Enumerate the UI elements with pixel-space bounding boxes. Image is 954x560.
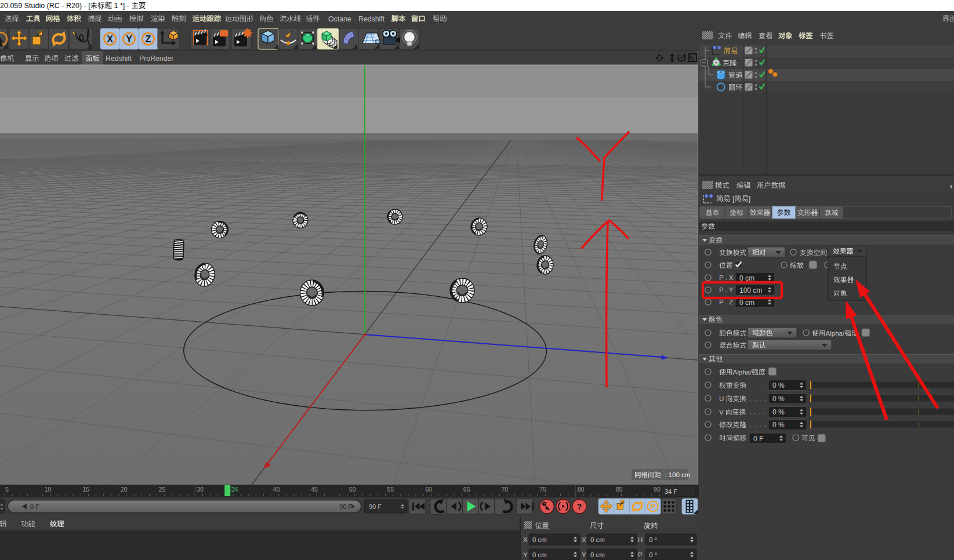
svg-text:U: U	[719, 395, 726, 402]
svg-text:20: 20	[121, 486, 128, 493]
svg-text:30: 30	[197, 486, 204, 493]
svg-text:10: 10	[45, 486, 52, 493]
svg-text:Z: Z	[146, 34, 151, 44]
svg-text:0 cm: 0 cm	[590, 536, 605, 543]
svg-text:34: 34	[231, 486, 238, 493]
svg-text:60: 60	[425, 486, 432, 493]
svg-text:0 cm: 0 cm	[532, 536, 547, 543]
svg-text:90 F: 90 F	[339, 503, 352, 510]
svg-text:P . X: P . X	[719, 274, 734, 281]
svg-text:P: P	[650, 503, 655, 511]
svg-text:0 cm: 0 cm	[590, 551, 605, 558]
svg-text:45: 45	[311, 486, 318, 493]
svg-text:100 cm: 100 cm	[739, 286, 762, 294]
svg-text:Y: Y	[523, 551, 528, 558]
svg-text:Alpha/: Alpha/	[733, 369, 752, 376]
svg-text:5: 5	[5, 486, 9, 493]
svg-text:34 F: 34 F	[665, 488, 677, 495]
svg-text:?: ?	[577, 502, 582, 511]
svg-text:65: 65	[463, 486, 470, 493]
svg-text:P: P	[638, 551, 643, 558]
svg-text:P . Z: P . Z	[719, 299, 733, 306]
svg-text:0 cm: 0 cm	[739, 299, 755, 307]
svg-text:80: 80	[578, 486, 585, 493]
svg-text:90 F: 90 F	[369, 503, 382, 510]
svg-text:V: V	[719, 409, 726, 416]
svg-text:Redshift: Redshift	[106, 54, 132, 63]
svg-text:0 °: 0 °	[649, 551, 657, 558]
svg-text:0 %: 0 %	[772, 408, 785, 416]
svg-text:[: [	[731, 195, 735, 203]
svg-text:P . Y: P . Y	[719, 286, 734, 293]
svg-text:0 cm: 0 cm	[532, 551, 547, 558]
svg-text:Redshift: Redshift	[358, 15, 385, 23]
svg-text:90: 90	[654, 486, 661, 493]
svg-text:X: X	[523, 536, 528, 543]
svg-text:70: 70	[501, 486, 508, 493]
svg-text:0 %: 0 %	[772, 381, 785, 390]
svg-text:X: X	[582, 536, 586, 543]
svg-text:40: 40	[273, 486, 280, 493]
svg-text:0 °: 0 °	[649, 536, 657, 543]
svg-text:0 %: 0 %	[772, 395, 785, 403]
svg-text:25: 25	[159, 486, 166, 493]
svg-text:55: 55	[387, 486, 394, 493]
svg-text:50: 50	[349, 486, 356, 493]
svg-text:Octane: Octane	[328, 15, 351, 23]
svg-text:H: H	[638, 536, 643, 543]
svg-text:1 *] -: 1 *] -	[112, 2, 131, 10]
svg-text:ProRender: ProRender	[139, 54, 173, 63]
svg-text:0 cm: 0 cm	[739, 274, 755, 282]
svg-text:85: 85	[615, 486, 622, 493]
svg-text:: 100 cm: : 100 cm	[663, 471, 690, 478]
svg-text:0 F: 0 F	[30, 503, 39, 510]
svg-text:Y: Y	[582, 551, 586, 558]
svg-text:Alpha/: Alpha/	[826, 330, 845, 337]
svg-text:15: 15	[82, 486, 89, 493]
svg-text:75: 75	[539, 486, 546, 493]
svg-text:0 F: 0 F	[753, 435, 763, 443]
svg-text:]: ]	[749, 195, 750, 203]
svg-text:X: X	[107, 34, 113, 44]
svg-text:Y: Y	[126, 34, 132, 44]
svg-text:20.059 Studio (RC - R20) - [: 20.059 Studio (RC - R20) - [	[0, 2, 90, 10]
svg-text:0 %: 0 %	[772, 421, 785, 429]
